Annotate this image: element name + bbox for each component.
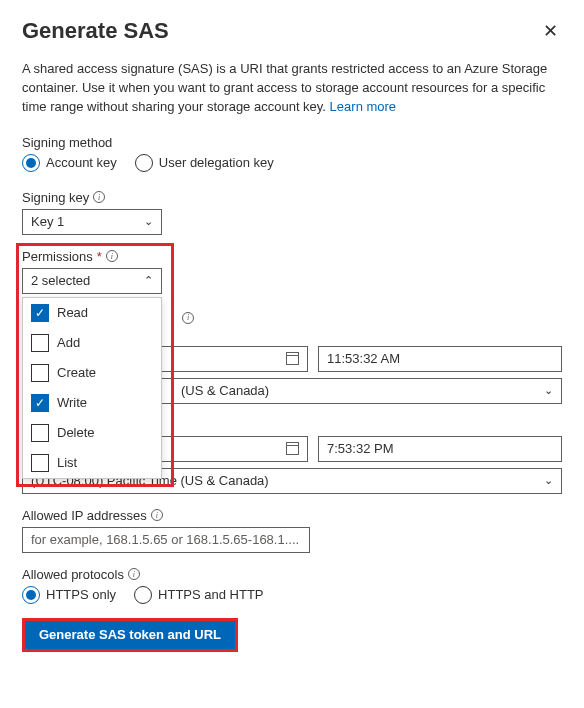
permission-option-label: Add [57,335,80,350]
expiry-time-input[interactable]: 7:53:32 PM [318,436,562,462]
generate-sas-panel: Generate SAS ✕ A shared access signature… [0,0,584,674]
signing-key-value: Key 1 [31,214,64,229]
permission-option-label: Delete [57,425,95,440]
info-icon[interactable]: i [151,509,163,521]
chevron-down-icon: ⌄ [544,384,553,397]
permissions-summary: 2 selected [31,273,90,288]
description: A shared access signature (SAS) is a URI… [22,60,562,117]
radio-icon [135,154,153,172]
permission-option-add[interactable]: Add [23,328,161,358]
checkbox-icon: ✓ [31,304,49,322]
close-icon: ✕ [543,21,558,41]
calendar-icon [286,352,299,365]
info-icon[interactable]: i [128,568,140,580]
calendar-icon [286,442,299,455]
chevron-down-icon: ⌄ [544,474,553,487]
permission-option-read[interactable]: ✓Read [23,298,161,328]
radio-user-delegation-key[interactable]: User delegation key [135,154,274,172]
radio-icon [134,586,152,604]
permission-option-label: Create [57,365,96,380]
permissions-select[interactable]: 2 selected ⌃ [22,268,162,294]
chevron-down-icon: ⌄ [144,215,153,228]
info-icon[interactable]: i [93,191,105,203]
checkbox-icon: ✓ [31,394,49,412]
checkbox-icon [31,364,49,382]
permission-option-label: List [57,455,77,470]
generate-sas-button[interactable]: Generate SAS token and URL [25,621,235,649]
page-title: Generate SAS [22,18,169,44]
permission-option-write[interactable]: ✓Write [23,388,161,418]
info-icon[interactable]: i [182,312,194,324]
close-button[interactable]: ✕ [539,18,562,44]
learn-more-link[interactable]: Learn more [330,99,396,114]
permission-option-label: Write [57,395,87,410]
allowed-ip-input[interactable]: for example, 168.1.5.65 or 168.1.5.65-16… [22,527,310,553]
signing-key-select[interactable]: Key 1 ⌄ [22,209,162,235]
permission-option-list[interactable]: List [23,448,161,478]
permission-option-label: Read [57,305,88,320]
required-mark: * [97,249,102,264]
radio-icon [22,154,40,172]
checkbox-icon [31,424,49,442]
checkbox-icon [31,454,49,472]
radio-account-key[interactable]: Account key [22,154,117,172]
permission-option-create[interactable]: Create [23,358,161,388]
permissions-dropdown[interactable]: ✓ReadAddCreate✓WriteDeleteList [22,297,162,479]
radio-label: HTTPS and HTTP [158,587,263,602]
allowed-protocols-label: Allowed protocols [22,567,124,582]
start-time-input[interactable]: 11:53:32 AM [318,346,562,372]
description-text: A shared access signature (SAS) is a URI… [22,61,547,114]
radio-label: Account key [46,155,117,170]
radio-https-only[interactable]: HTTPS only [22,586,116,604]
signing-method-group: Account key User delegation key [22,154,562,172]
radio-icon [22,586,40,604]
permissions-label: Permissions [22,249,93,264]
checkbox-icon [31,334,49,352]
allowed-ip-label: Allowed IP addresses [22,508,147,523]
info-icon[interactable]: i [106,250,118,262]
allowed-ip-placeholder: for example, 168.1.5.65 or 168.1.5.65-16… [31,532,299,547]
radio-label: User delegation key [159,155,274,170]
highlight-box: Generate SAS token and URL [22,618,238,652]
signing-key-label: Signing key [22,190,89,205]
radio-https-and-http[interactable]: HTTPS and HTTP [134,586,263,604]
signing-method-label: Signing method [22,135,562,150]
radio-label: HTTPS only [46,587,116,602]
permission-option-delete[interactable]: Delete [23,418,161,448]
chevron-up-icon: ⌃ [144,274,153,287]
